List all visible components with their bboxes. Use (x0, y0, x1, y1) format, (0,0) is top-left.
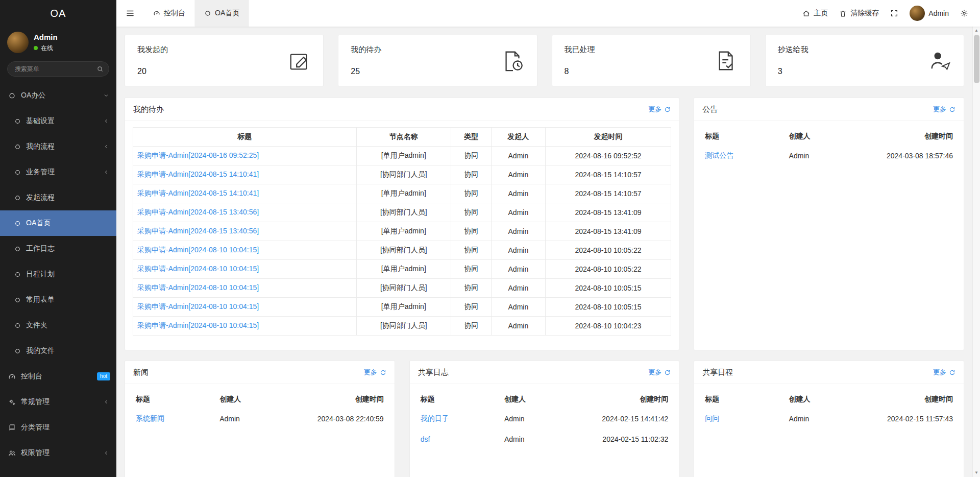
panel-header: 新闻 更多 (125, 361, 395, 384)
cell-creator: Admin (216, 409, 290, 429)
panel-actions: 更多 (933, 368, 955, 377)
scroll-down-icon[interactable]: ▼ (973, 469, 980, 476)
scrollbar[interactable]: ▲ ▼ (972, 27, 980, 477)
cell-starter: Admin (492, 279, 545, 298)
cell-type: 协同 (451, 165, 492, 184)
search-icon[interactable] (96, 65, 104, 73)
sidebar-item-work-log[interactable]: 工作日志 (0, 236, 116, 261)
todo-title-link[interactable]: 采购申请-Admin[2024-08-10 10:04:15] (137, 246, 259, 254)
cell-time: 2024-08-10 10:05:15 (545, 298, 671, 317)
column-header: 标题 (702, 390, 786, 409)
table-row: 采购申请-Admin[2024-08-15 14:10:41] [协同部门人员]… (133, 165, 671, 184)
todo-title-link[interactable]: 采购申请-Admin[2024-08-16 09:52:25] (137, 151, 259, 159)
panel-title: 共享日程 (702, 368, 733, 377)
clear-cache-label: 清除缓存 (850, 9, 879, 18)
cell-node: [单用户admin] (356, 184, 451, 203)
cell-node: [单用户admin] (356, 260, 451, 279)
sidebar-item-my-process[interactable]: 我的流程 (0, 134, 116, 159)
sidebar-item-general-mgmt[interactable]: 常规管理 (0, 389, 116, 415)
shared-schedule-table-body: 问问 Admin 2024-02-15 11:57:43 (702, 409, 956, 429)
sidebar-item-schedule-plan[interactable]: 日程计划 (0, 261, 116, 287)
more-link[interactable]: 更多 (648, 368, 662, 377)
column-header: 创建人 (216, 390, 290, 409)
panel-shared-log: 共享日志 更多 标题 创建人 (409, 361, 680, 477)
column-header: 创建人 (786, 390, 860, 409)
avatar[interactable] (7, 32, 29, 53)
sidebar-item-business-mgmt[interactable]: 业务管理 (0, 159, 116, 185)
user-menu[interactable]: Admin (904, 0, 954, 27)
news-table-body: 系统新闻 Admin 2024-03-08 22:40:59 (133, 409, 387, 429)
cell-time: 2024-08-10 10:04:23 (545, 317, 671, 336)
todo-title-link[interactable]: 采购申请-Admin[2024-08-15 14:10:41] (137, 189, 259, 197)
shared-log-title-link[interactable]: 我的日子 (421, 414, 449, 422)
more-link[interactable]: 更多 (364, 368, 377, 377)
table-row: 采购申请-Admin[2024-08-10 10:04:15] [协同部门人员]… (133, 241, 671, 260)
todo-title-link[interactable]: 采购申请-Admin[2024-08-10 10:04:15] (137, 265, 259, 273)
sidebar-item-console[interactable]: 控制台 hot (0, 364, 116, 389)
topbar-right: 主页 清除缓存 Admin (797, 0, 980, 27)
cell-type: 协同 (451, 317, 492, 336)
menu-toggle-icon[interactable] (116, 0, 144, 27)
user-status: 在线 (34, 44, 58, 53)
panel-shared-schedule: 共享日程 更多 标题 创建人 (694, 361, 964, 477)
stats-row: 我发起的 20 我的待办 25 我已处理 8 (125, 35, 964, 86)
table-row: 采购申请-Admin[2024-08-15 13:40:56] [协同部门人员]… (133, 203, 671, 222)
sidebar-item-basic-settings[interactable]: 基础设置 (0, 108, 116, 134)
table-row: 采购申请-Admin[2024-08-15 13:40:56] [单用户admi… (133, 222, 671, 241)
refresh-icon[interactable] (664, 106, 671, 113)
todo-title-link[interactable]: 采购申请-Admin[2024-08-15 13:40:56] (137, 208, 259, 216)
sidebar-item-common-forms[interactable]: 常用表单 (0, 287, 116, 313)
todo-title-link[interactable]: 采购申请-Admin[2024-08-15 14:10:41] (137, 170, 259, 178)
fullscreen-button[interactable] (885, 0, 904, 27)
sidebar-menu: OA办公 基础设置 我的流程 业务管理 发起流程 (0, 80, 116, 477)
more-link[interactable]: 更多 (648, 105, 662, 114)
shared-schedule-title-link[interactable]: 问问 (705, 414, 719, 422)
settings-button[interactable] (954, 0, 974, 27)
cogs-icon (8, 398, 16, 406)
refresh-icon[interactable] (664, 369, 671, 376)
todo-title-link[interactable]: 采购申请-Admin[2024-08-10 10:04:15] (137, 321, 259, 329)
table-header-row: 标题 创建人 创建时间 (702, 127, 956, 146)
tab-console[interactable]: 控制台 (144, 0, 195, 27)
sidebar-item-my-files[interactable]: 我的文件 (0, 338, 116, 364)
todo-title-link[interactable]: 采购申请-Admin[2024-08-15 13:40:56] (137, 227, 259, 235)
tab-oa-home[interactable]: OA首页 (195, 0, 249, 27)
sidebar-item-label: 我的流程 (26, 142, 55, 151)
panel-title: 公告 (702, 105, 718, 114)
home-link[interactable]: 主页 (797, 0, 834, 27)
sidebar-item-permission-mgmt[interactable]: 权限管理 (0, 440, 116, 466)
sidebar-item-oa-home[interactable]: OA首页 (0, 210, 116, 236)
refresh-icon[interactable] (380, 369, 386, 376)
clear-cache-link[interactable]: 清除缓存 (834, 0, 885, 27)
stat-title: 抄送给我 (778, 45, 808, 55)
column-header: 标题 (702, 127, 786, 146)
circle-icon (14, 118, 21, 125)
sidebar-item-category-mgmt[interactable]: 分类管理 (0, 415, 116, 440)
chevron-left-icon (103, 399, 109, 405)
news-title-link[interactable]: 系统新闻 (136, 414, 164, 422)
todo-table: 标题 节点名称 类型 发起人 发起时间 (133, 127, 671, 336)
todo-title-link[interactable]: 采购申请-Admin[2024-08-10 10:04:15] (137, 283, 259, 292)
more-link[interactable]: 更多 (933, 105, 946, 114)
stat-title: 我的待办 (351, 45, 381, 55)
scrollbar-thumb[interactable] (974, 35, 979, 83)
sidebar-item-folder[interactable]: 文件夹 (0, 313, 116, 338)
hot-badge: hot (97, 372, 110, 380)
panel-title: 共享日志 (418, 368, 449, 377)
cell-time: 2024-03-08 22:40:59 (290, 409, 387, 429)
scroll-up-icon[interactable]: ▲ (973, 27, 980, 34)
more-link[interactable]: 更多 (933, 368, 946, 377)
table-row: 采购申请-Admin[2024-08-10 10:04:15] [单用户admi… (133, 260, 671, 279)
todo-title-link[interactable]: 采购申请-Admin[2024-08-10 10:04:15] (137, 302, 259, 311)
dashboard-content: 我发起的 20 我的待办 25 我已处理 8 (116, 27, 972, 477)
refresh-icon[interactable] (949, 369, 955, 376)
sidebar-item-label: 业务管理 (26, 168, 55, 177)
shared-log-title-link[interactable]: dsf (421, 435, 430, 443)
search-input[interactable] (7, 61, 109, 77)
notice-title-link[interactable]: 测试公告 (705, 151, 733, 159)
sidebar-item-oa-office[interactable]: OA办公 (0, 83, 116, 108)
refresh-icon[interactable] (949, 106, 955, 113)
sidebar-item-start-process[interactable]: 发起流程 (0, 185, 116, 210)
cell-time: 2024-08-10 10:05:22 (545, 241, 671, 260)
cell-node: [单用户admin] (356, 222, 451, 241)
